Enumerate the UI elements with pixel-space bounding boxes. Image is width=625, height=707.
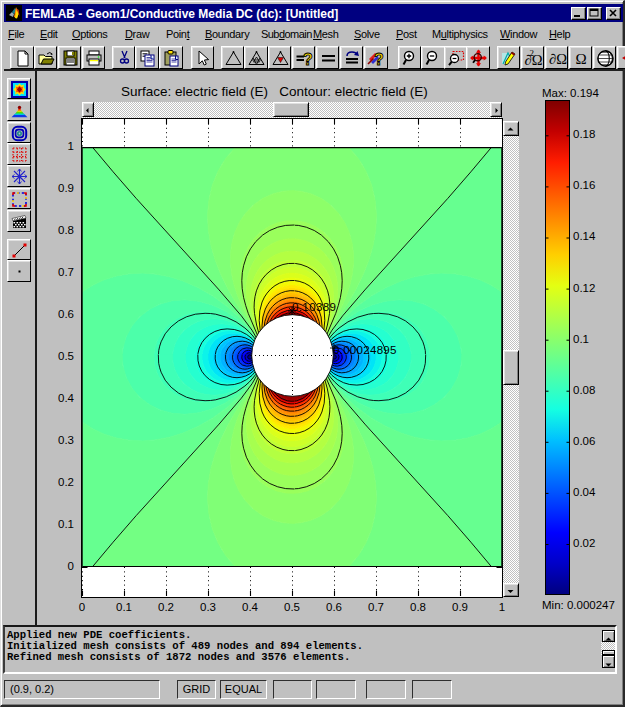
svg-text:0.00024895: 0.00024895 [333, 343, 397, 356]
svg-text:2: 2 [529, 49, 534, 58]
svg-text:∂Ω: ∂Ω [549, 51, 567, 67]
svg-text:?: ? [303, 51, 313, 68]
svg-text:?: ? [374, 51, 384, 68]
svg-text:0.10389: 0.10389 [292, 300, 336, 313]
svg-text:Ω: Ω [575, 51, 586, 67]
